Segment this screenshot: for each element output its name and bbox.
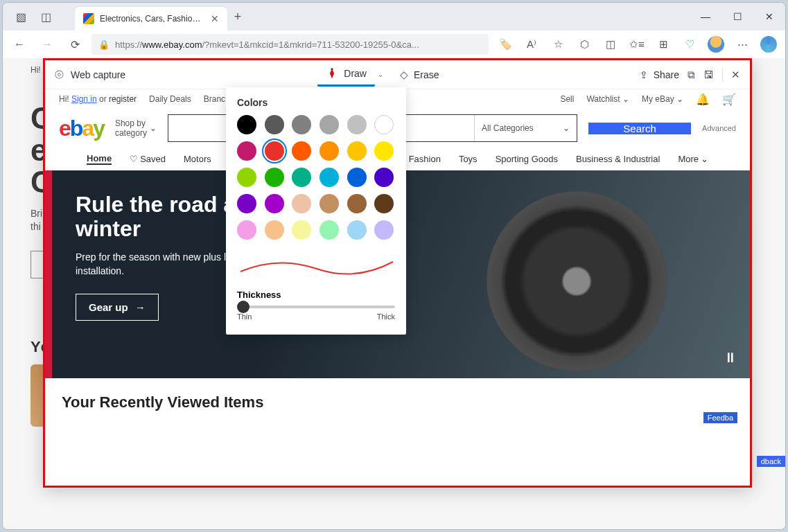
sell-link[interactable]: Sell [560,94,574,104]
category-select[interactable]: All Categories⌄ [474,115,577,141]
nav-sporting[interactable]: Sporting Goods [496,153,558,165]
back-button[interactable]: ← [8,33,30,55]
collections-icon[interactable]: ⊞ [652,33,674,55]
nav-saved[interactable]: ♡ Saved [130,153,166,165]
color-swatch[interactable] [265,220,284,240]
favicon-icon [83,13,94,24]
color-swatch[interactable] [374,115,394,134]
color-swatch[interactable] [265,168,284,187]
thickness-label: Thickness [237,290,395,300]
feedback-button[interactable]: Feedba [703,412,737,423]
share-button[interactable]: ⇪ Share [640,63,679,87]
color-swatch[interactable] [347,115,367,134]
color-swatch[interactable] [347,194,367,213]
color-swatch[interactable] [374,220,394,240]
cart-icon[interactable]: 🛒 [722,93,736,106]
advanced-link[interactable]: Advanced [702,124,736,132]
nav-more[interactable]: More ⌄ [678,153,708,165]
pen-icon [326,67,338,80]
performance-icon[interactable]: ♡ [678,33,701,55]
color-swatch[interactable] [237,168,256,187]
close-tab-icon[interactable]: ✕ [211,13,219,24]
arrow-right-icon: → [135,301,146,313]
shopping-tag-icon[interactable]: 🏷️ [494,33,516,55]
color-swatch[interactable] [292,115,311,134]
thickness-slider[interactable] [237,305,395,308]
menu-icon[interactable]: ⋯ [731,33,753,55]
read-aloud-icon[interactable]: A⁾ [520,33,543,55]
new-tab-button[interactable]: + [227,10,248,24]
workspaces-icon[interactable]: ◫ [33,4,58,29]
color-swatch[interactable] [292,220,311,240]
extensions-icon[interactable]: ⬡ [573,33,595,55]
close-window-button[interactable]: ✕ [753,3,785,30]
browser-tab[interactable]: Electronics, Cars, Fashion, Collect ✕ [75,7,227,30]
thick-label: Thick [377,312,395,321]
color-swatch[interactable] [347,220,367,240]
profile-avatar[interactable] [705,33,727,55]
color-swatch[interactable] [374,194,394,213]
nav-home[interactable]: Home [87,153,112,165]
color-swatch[interactable] [292,194,311,213]
hero-cta-button[interactable]: Gear up→ [76,294,159,321]
search-button[interactable]: Search [588,123,691,134]
register-link[interactable]: register [109,94,137,104]
color-swatch[interactable] [265,194,284,213]
bell-icon[interactable]: 🔔 [696,93,710,106]
color-swatch[interactable] [374,141,394,161]
color-swatch[interactable] [319,141,339,161]
nav-toys[interactable]: Toys [459,153,478,165]
pause-icon[interactable]: ⏸ [724,350,737,366]
nav-fashion[interactable]: Fashion [409,153,441,165]
forward-button[interactable]: → [36,33,58,55]
color-swatch[interactable] [237,194,256,213]
color-swatch[interactable] [237,141,256,161]
draw-button[interactable]: Draw [317,63,375,87]
nav-motors[interactable]: Motors [184,153,211,165]
refresh-button[interactable]: ⟳ [64,33,86,55]
draw-color-panel: Colors Thickness Thin Thick [226,87,406,335]
url-field[interactable]: 🔒 https:// www.ebay.com /?mkevt=1&mkcid=… [91,34,489,55]
browser-window: ▧ ◫ Electronics, Cars, Fashion, Collect … [2,2,786,530]
copy-icon[interactable]: ⧉ [688,69,695,81]
color-swatch[interactable] [265,115,284,134]
color-swatch[interactable] [292,168,311,187]
signin-link[interactable]: Sign in [71,94,97,104]
maximize-button[interactable]: ☐ [721,3,753,30]
color-swatch[interactable] [319,194,339,213]
color-swatch[interactable] [292,141,311,161]
save-icon[interactable]: 🖫 [703,69,714,80]
copilot-icon[interactable] [758,33,780,55]
close-capture-icon[interactable]: ✕ [731,69,740,81]
color-swatch[interactable] [319,220,339,240]
svg-rect-0 [331,69,333,70]
favorites-bar-icon[interactable]: ✩≡ [626,33,648,55]
color-swatch[interactable] [319,168,339,187]
color-swatch[interactable] [265,141,284,161]
color-swatch[interactable] [347,168,367,187]
brand-link[interactable]: Branc [204,94,225,104]
color-swatch[interactable] [374,168,394,187]
color-swatch[interactable] [347,141,367,161]
color-swatch[interactable] [237,220,256,240]
shop-by-category[interactable]: Shop by category⌄ [115,118,157,139]
color-swatch[interactable] [237,115,256,134]
recent-heading: Your Recently Viewed Items [45,378,750,427]
tab-actions-icon[interactable]: ▧ [8,4,33,29]
chevron-down-icon: ⌄ [622,94,629,104]
color-swatch[interactable] [319,115,339,134]
myebay-dropdown[interactable]: My eBay ⌄ [642,94,683,104]
erase-button[interactable]: ◇ Erase [392,63,448,87]
favorite-icon[interactable]: ☆ [547,33,569,55]
minimize-button[interactable]: — [690,3,721,30]
watchlist-dropdown[interactable]: Watchlist ⌄ [586,94,629,104]
window-controls: — ☐ ✕ [690,3,785,30]
split-icon[interactable]: ◫ [599,33,622,55]
chevron-down-icon: ⌄ [701,154,708,164]
draw-dropdown-icon[interactable]: ⌄ [372,71,389,78]
slider-thumb[interactable] [237,301,249,313]
feedback-button-bg[interactable]: dback [757,456,785,467]
daily-deals-link[interactable]: Daily Deals [149,94,191,104]
ebay-logo[interactable]: ebay [59,116,104,141]
nav-business[interactable]: Business & Industrial [576,153,660,165]
